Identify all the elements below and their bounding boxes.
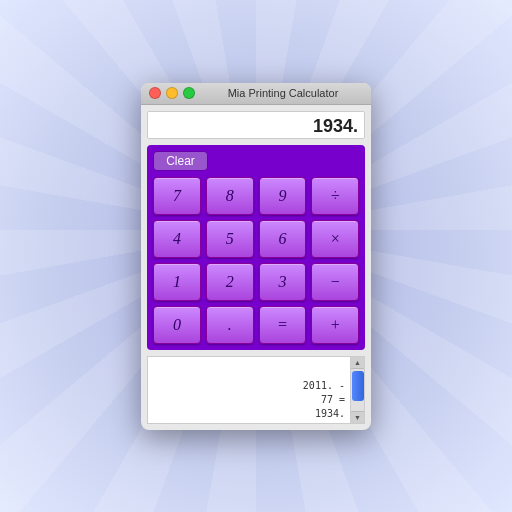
clear-button[interactable]: Clear bbox=[153, 151, 208, 171]
window-title: Mia Printing Calculator bbox=[203, 87, 363, 99]
maximize-button[interactable] bbox=[183, 87, 195, 99]
button-4[interactable]: 4 bbox=[153, 220, 201, 258]
traffic-lights bbox=[149, 87, 195, 99]
button-7[interactable]: 7 bbox=[153, 177, 201, 215]
title-bar: Mia Printing Calculator bbox=[141, 83, 371, 105]
button-decimal[interactable]: . bbox=[206, 306, 254, 344]
tape-content: 2011. - 77 = 1934. bbox=[148, 357, 350, 423]
button-3[interactable]: 3 bbox=[259, 263, 307, 301]
button-divide[interactable]: ÷ bbox=[311, 177, 359, 215]
buttons-grid: 7 8 9 ÷ 4 5 6 × 1 2 3 − 0 . = + bbox=[153, 177, 359, 344]
button-6[interactable]: 6 bbox=[259, 220, 307, 258]
scroll-down-button[interactable]: ▼ bbox=[351, 411, 364, 423]
button-5[interactable]: 5 bbox=[206, 220, 254, 258]
button-multiply[interactable]: × bbox=[311, 220, 359, 258]
button-add[interactable]: + bbox=[311, 306, 359, 344]
close-button[interactable] bbox=[149, 87, 161, 99]
scrollbar-track[interactable] bbox=[351, 369, 364, 411]
button-8[interactable]: 8 bbox=[206, 177, 254, 215]
button-2[interactable]: 2 bbox=[206, 263, 254, 301]
scroll-up-button[interactable]: ▲ bbox=[351, 357, 364, 369]
keypad-area: Clear 7 8 9 ÷ 4 5 6 × 1 2 3 − 0 . = + bbox=[147, 145, 365, 350]
scrollbar-thumb[interactable] bbox=[352, 371, 364, 401]
button-equals[interactable]: = bbox=[259, 306, 307, 344]
scrollbar: ▲ ▼ bbox=[350, 357, 364, 423]
button-1[interactable]: 1 bbox=[153, 263, 201, 301]
calculator-window: Mia Printing Calculator 1934. Clear 7 8 … bbox=[141, 83, 371, 430]
button-0[interactable]: 0 bbox=[153, 306, 201, 344]
calculator-display: 1934. bbox=[147, 111, 365, 139]
button-9[interactable]: 9 bbox=[259, 177, 307, 215]
minimize-button[interactable] bbox=[166, 87, 178, 99]
top-row: Clear bbox=[153, 151, 359, 171]
button-subtract[interactable]: − bbox=[311, 263, 359, 301]
tape-area: 2011. - 77 = 1934. ▲ ▼ bbox=[147, 356, 365, 424]
